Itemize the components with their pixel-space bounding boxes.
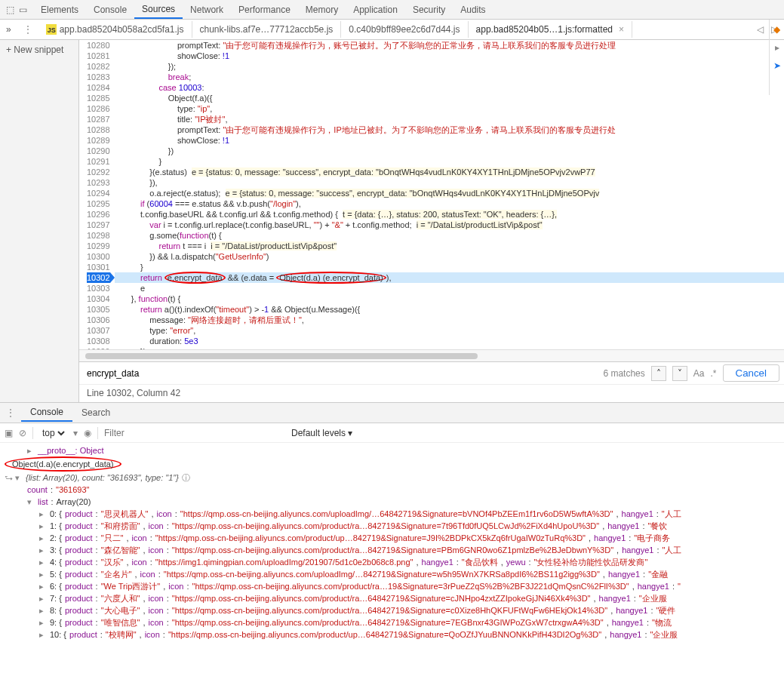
code-editor[interactable]: 1028010281102821028310284102851028610287… [79, 40, 784, 349]
drawer-more-icon[interactable]: ⋮ [0, 407, 21, 418]
tab-sources[interactable]: Sources [134, 1, 183, 19]
list-item[interactable]: ▸5: {product: "企名片", icon: "https://qmp.… [5, 568, 779, 580]
proto-line: __proto__: Object [38, 444, 103, 456]
file-tab-bar: » ⋮ JSapp.bad85204b058a2cd5fa1.js chunk-… [0, 20, 784, 40]
js-file-icon: JS [46, 24, 57, 35]
chevron-double-icon[interactable]: » [0, 24, 17, 35]
list-item[interactable]: ▸0: {product: "思灵机器人", icon: "https://qm… [5, 508, 779, 520]
file-tab-3[interactable]: app.bad85204b05…1.js:formatted× [469, 21, 632, 38]
sidebar-toggle-icon[interactable]: ▣ [5, 428, 13, 438]
filter-input[interactable] [104, 428, 285, 438]
live-expression-icon[interactable]: ◉ [84, 428, 91, 438]
nav-left-icon[interactable]: ◁ [754, 23, 767, 36]
list-item[interactable]: ▸9: {product: "唯智信息", icon: "https://qmp… [5, 616, 779, 628]
list-item[interactable]: ▸10: {product: "校聘网", icon: "https://qmp… [5, 628, 779, 641]
inspect-icon[interactable]: ⬚ [6, 5, 14, 15]
list-item[interactable]: ▸3: {product: "森亿智能", icon: "https://qmp… [5, 544, 779, 556]
result-header: {list: Array(20), count: "361693", type:… [26, 472, 179, 484]
tab-network[interactable]: Network [183, 2, 231, 18]
tab-security[interactable]: Security [405, 2, 453, 18]
console-output[interactable]: ▸__proto__: Object Object(d.a)(e.encrypt… [0, 443, 784, 642]
left-panel: + New snippet [0, 40, 79, 402]
file-tab-2[interactable]: 0.c40b9bff89ee2c6d7d44.js [341, 21, 468, 38]
tab-console[interactable]: Console [86, 2, 134, 18]
code-lines[interactable]: promptText: "由于您可能有违规操作行为，账号已被封。为了不影响您的正… [115, 40, 784, 349]
levels-dropdown[interactable]: Default levels ▾ [291, 428, 352, 438]
search-input[interactable] [84, 365, 597, 382]
tab-performance[interactable]: Performance [231, 2, 298, 18]
close-icon[interactable]: × [619, 24, 624, 35]
line-gutter: 1028010281102821028310284102851028610287… [79, 40, 115, 349]
list-item[interactable]: ▸1: {product: "和府捞面", icon: "https://qmp… [5, 520, 779, 532]
more-icon[interactable]: ⋮ [17, 24, 38, 35]
new-snippet-button[interactable]: + New snippet [0, 40, 78, 60]
list-item[interactable]: ▸6: {product: "We Trip西游计", icon: "https… [5, 580, 779, 592]
tab-audits[interactable]: Audits [453, 2, 493, 18]
search-bar: 6 matches ˄ ˅ Aa .* Cancel [79, 361, 784, 384]
status-line: Line 10302, Column 42 [79, 384, 784, 402]
list-item[interactable]: ▸2: {product: "只二", icon: "https://qmp.o… [5, 532, 779, 544]
devtools-tabbar: ⬚ ▭ Elements Console Sources Network Per… [0, 0, 784, 20]
device-toggle-icon[interactable]: ▭ [19, 5, 27, 15]
tab-elements[interactable]: Elements [33, 2, 86, 18]
list-item[interactable]: ▸7: {product: "六度人和", icon: "https://qmp… [5, 592, 779, 604]
list-item[interactable]: ▸4: {product: "汉乐", icon: "https://img1.… [5, 556, 779, 568]
search-next-button[interactable]: ˅ [672, 366, 687, 381]
console-toolbar: ▣ ⊘ top ▾ ◉ Default levels ▾ [0, 423, 784, 443]
file-tab-0[interactable]: JSapp.bad85204b058a2cd5fa1.js [38, 21, 192, 38]
context-selector[interactable]: top [39, 427, 67, 439]
warning-icon[interactable]: ◆ [773, 24, 780, 35]
collapse-icon[interactable]: ▸ [775, 42, 779, 53]
tab-memory[interactable]: Memory [298, 2, 346, 18]
breakpoint-icon[interactable]: ➤ [773, 60, 781, 71]
drawer-tab-search[interactable]: Search [72, 404, 119, 421]
match-case-toggle[interactable]: Aa [693, 368, 705, 379]
list-item[interactable]: ▸8: {product: "大心电子", icon: "https://qmp… [5, 604, 779, 616]
right-icon-strip: ◆ ▸ ➤ [769, 20, 784, 95]
search-match-count: 6 matches [603, 368, 644, 379]
clear-console-icon[interactable]: ⊘ [19, 428, 26, 438]
console-input-expr: Object(d.a)(e.encrypt_data) [5, 456, 121, 472]
search-prev-button[interactable]: ˄ [651, 366, 666, 381]
drawer-tabs: ⋮ Console Search [0, 402, 784, 423]
tab-application[interactable]: Application [346, 2, 405, 18]
file-tab-1[interactable]: chunk-libs.af7e…77712accb5e.js [192, 21, 342, 38]
horizontal-scrollbar[interactable] [79, 349, 784, 361]
regex-toggle[interactable]: .* [710, 368, 716, 379]
cancel-button[interactable]: Cancel [723, 364, 780, 382]
drawer-tab-console[interactable]: Console [21, 404, 72, 422]
